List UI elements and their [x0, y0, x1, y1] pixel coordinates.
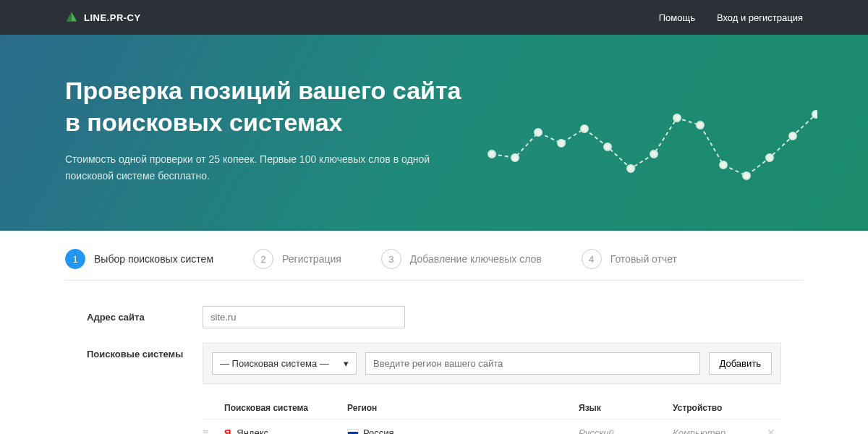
svg-point-7 — [604, 143, 611, 150]
step-number: 3 — [381, 249, 401, 269]
table-header: Поисковая система Регион Язык Устройство — [203, 397, 781, 420]
delete-row-icon[interactable]: ✕ — [767, 427, 781, 434]
svg-point-2 — [488, 150, 495, 158]
navbar: LINE.PR-CY Помощь Вход и регистрация — [0, 0, 868, 35]
step-4[interactable]: 4 Готовый отчет — [582, 249, 677, 269]
svg-point-4 — [535, 129, 542, 136]
svg-marker-1 — [67, 12, 72, 22]
region-input[interactable] — [365, 352, 700, 375]
hero-chart-icon — [485, 107, 817, 194]
engines-label: Поисковые системы — [87, 343, 203, 434]
svg-point-10 — [673, 114, 681, 122]
engines-table: Поисковая система Регион Язык Устройство… — [203, 397, 781, 434]
svg-point-11 — [697, 122, 704, 129]
nav-login[interactable]: Вход и регистрация — [717, 12, 803, 23]
svg-point-6 — [581, 125, 588, 132]
steps: 1 Выбор поисковых систем 2 Регистрация 3… — [65, 231, 803, 281]
step-3[interactable]: 3 Добавление ключевых слов — [381, 249, 542, 269]
search-engine-add-box: — Поисковая система — ▾ Добавить — [203, 343, 781, 384]
step-label: Добавление ключевых слов — [410, 253, 542, 265]
add-button[interactable]: Добавить — [709, 352, 772, 375]
step-label: Готовый отчет — [610, 253, 677, 265]
svg-point-5 — [558, 140, 565, 147]
hero-title: Проверка позиций вашего сайта в поисковы… — [65, 75, 514, 138]
caret-down-icon: ▾ — [344, 358, 349, 369]
table-row: ≡ Я Яндекс Россия Русский Компьютер — [203, 420, 781, 434]
site-label: Адрес сайта — [87, 306, 203, 328]
drag-handle-icon[interactable]: ≡ — [203, 427, 224, 434]
step-2[interactable]: 2 Регистрация — [253, 249, 341, 269]
step-number: 2 — [253, 249, 273, 269]
svg-point-16 — [812, 111, 817, 118]
hero-subtitle: Стоимость одной проверки от 25 копеек. П… — [65, 151, 441, 184]
flag-ru-icon — [347, 429, 359, 434]
logo-icon — [65, 11, 78, 24]
svg-point-12 — [720, 161, 727, 169]
yandex-icon: Я — [224, 427, 231, 434]
step-label: Выбор поисковых систем — [94, 253, 213, 265]
site-input[interactable] — [203, 306, 405, 328]
engine-select[interactable]: — Поисковая система — ▾ — [212, 352, 357, 375]
step-1[interactable]: 1 Выбор поисковых систем — [65, 249, 213, 269]
step-number: 4 — [582, 249, 602, 269]
svg-point-15 — [789, 132, 796, 140]
svg-point-14 — [766, 154, 773, 161]
hero: Проверка позиций вашего сайта в поисковы… — [0, 35, 868, 231]
svg-point-9 — [650, 150, 658, 158]
step-label: Регистрация — [282, 253, 341, 265]
logo[interactable]: LINE.PR-CY — [65, 11, 141, 24]
step-number: 1 — [65, 249, 85, 269]
svg-point-8 — [627, 165, 634, 172]
nav-help[interactable]: Помощь — [659, 12, 695, 23]
svg-point-3 — [511, 154, 519, 161]
logo-text: LINE.PR-CY — [84, 12, 141, 23]
svg-point-13 — [743, 172, 750, 179]
form-area: Адрес сайта Поисковые системы — Поискова… — [65, 281, 803, 434]
